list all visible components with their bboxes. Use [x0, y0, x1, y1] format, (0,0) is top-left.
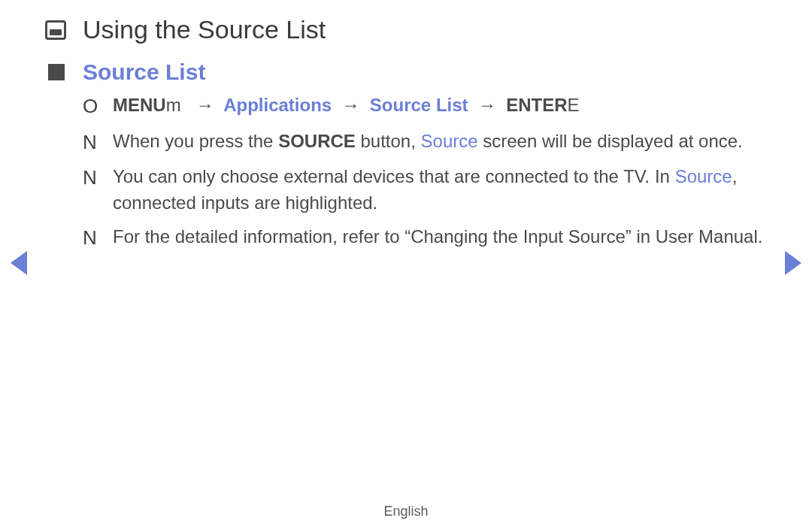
- note-body: You can only choose external devices tha…: [113, 164, 767, 217]
- nav-enter-label: ENTER: [506, 95, 567, 115]
- note-text-fragment: For the detailed information, refer to “…: [113, 226, 762, 247]
- note-body: When you press the SOURCE button, Source…: [113, 129, 743, 157]
- nav-menu-suffix: m: [166, 95, 181, 115]
- language-footer: English: [0, 504, 812, 519]
- nav-path: MENUm → Applications → Source List → ENT…: [113, 92, 580, 121]
- note-marker: N: [83, 164, 113, 217]
- nav-source-list: Source List: [365, 95, 468, 115]
- note-marker: N: [83, 129, 113, 157]
- nav-applications: Applications: [219, 95, 332, 115]
- note-item: NYou can only choose external devices th…: [83, 164, 767, 217]
- nav-arrow-2: →: [337, 95, 360, 115]
- note-text-fragment: Source: [421, 131, 478, 151]
- note-text-fragment: button,: [356, 131, 421, 151]
- note-marker: N: [83, 224, 113, 253]
- nav-menu-label: MENU: [113, 95, 166, 115]
- next-page-arrow-icon[interactable]: [785, 250, 801, 274]
- nav-arrow-1: →: [196, 95, 214, 115]
- note-text-fragment: Source: [675, 166, 732, 186]
- nav-enter-suffix: E: [568, 95, 580, 115]
- note-text-fragment: screen will be displayed at once.: [478, 131, 743, 151]
- note-text-fragment: You can only choose external devices tha…: [113, 166, 675, 186]
- nav-marker: O: [83, 92, 113, 121]
- note-text-fragment: When you press the: [113, 131, 278, 151]
- note-item: NFor the detailed information, refer to …: [83, 224, 767, 253]
- section-heading: Source List: [83, 59, 205, 85]
- prev-page-arrow-icon[interactable]: [11, 250, 27, 274]
- page-title-icon: [45, 20, 66, 40]
- nav-arrow-3: →: [473, 95, 496, 115]
- note-item: NWhen you press the SOURCE button, Sourc…: [83, 129, 767, 157]
- section-bullet-icon: [48, 64, 65, 80]
- page-title: Using the Source List: [83, 15, 326, 44]
- note-text-fragment: SOURCE: [278, 131, 356, 151]
- note-body: For the detailed information, refer to “…: [113, 224, 762, 253]
